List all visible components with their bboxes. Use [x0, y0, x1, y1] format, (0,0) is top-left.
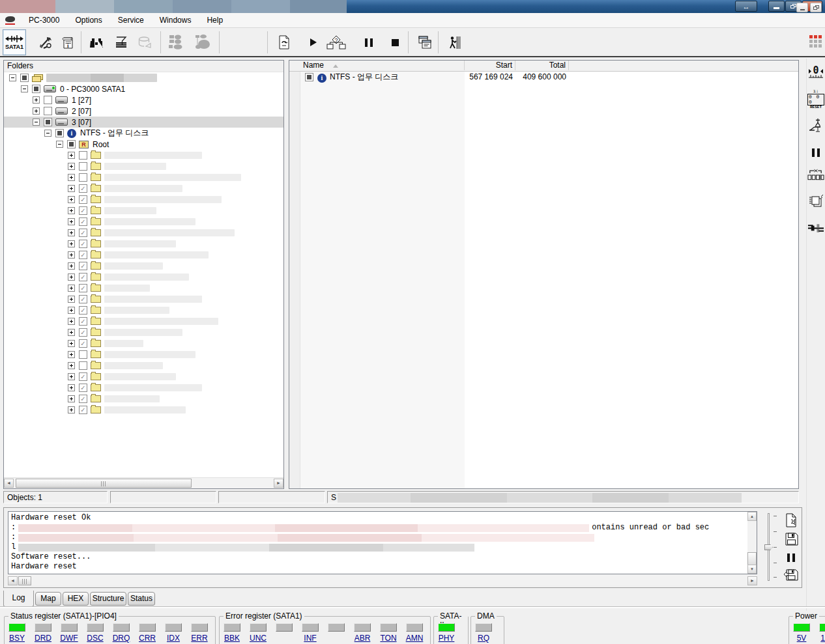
expand-icon[interactable] [68, 285, 75, 292]
tree-row[interactable] [4, 360, 283, 371]
tree-checkbox[interactable]: ✓ [79, 217, 87, 226]
script-info-button[interactable]: i [56, 30, 80, 55]
expand-icon[interactable] [68, 262, 75, 270]
tree-checkbox[interactable] [79, 173, 87, 182]
expand-icon[interactable] [33, 96, 40, 104]
tree-checkbox[interactable] [67, 140, 76, 148]
tree-row[interactable]: 3 [07] [4, 117, 283, 128]
tree-row[interactable] [4, 161, 283, 172]
slider-thumb[interactable] [764, 544, 773, 550]
tree-row[interactable]: 2 [07] [4, 105, 283, 117]
tree-row[interactable] [4, 150, 283, 161]
scroll-left-icon[interactable]: ◄ [8, 576, 18, 585]
scroll-left-icon[interactable]: ◄ [4, 479, 14, 488]
reset-hdd-button[interactable]: 1↓0 0 0RESET [807, 90, 824, 108]
tab-structure[interactable]: Structure [90, 592, 126, 606]
tree-row[interactable]: ✓ [4, 260, 283, 272]
tree-row[interactable] [4, 349, 283, 360]
collapse-icon[interactable] [44, 130, 51, 137]
database-button[interactable] [133, 30, 156, 55]
collapse-icon[interactable] [9, 74, 16, 81]
expand-icon[interactable] [68, 196, 75, 203]
exit-button[interactable] [443, 30, 467, 55]
tree-checkbox[interactable]: ✓ [79, 284, 87, 292]
test-choice-button[interactable]: ? [325, 30, 348, 55]
filter-button[interactable] [109, 30, 133, 55]
log-horizontal-scrollbar[interactable]: ◄ ► [8, 576, 757, 585]
tree-checkbox[interactable]: ✓ [79, 395, 87, 403]
tree-row[interactable]: ✓ [4, 205, 283, 216]
expand-icon[interactable] [68, 351, 75, 358]
log-save-button[interactable] [782, 530, 800, 547]
expand-icon[interactable] [68, 229, 75, 236]
tree-checkbox[interactable] [44, 96, 52, 104]
expand-icon[interactable] [68, 240, 75, 247]
column-header-name[interactable]: Name [300, 61, 465, 70]
tree-checkbox[interactable]: ✓ [79, 229, 87, 237]
tools-button[interactable] [34, 30, 57, 55]
tree-row[interactable]: ✓ [4, 393, 283, 404]
expand-icon[interactable] [68, 251, 75, 259]
tree-row[interactable]: ✓ [4, 238, 283, 249]
pause-rail-button[interactable] [807, 143, 824, 161]
tree-checkbox[interactable]: ✓ [79, 273, 87, 281]
tree-checkbox[interactable] [55, 129, 64, 137]
tree-row[interactable] [4, 72, 283, 83]
tree-row[interactable] [4, 172, 283, 183]
tree-checkbox[interactable]: ✓ [79, 240, 87, 248]
tree-row[interactable]: ✓ [4, 272, 283, 283]
search-button[interactable] [85, 30, 108, 55]
expand-icon[interactable] [68, 318, 75, 325]
tree-checkbox[interactable] [79, 162, 87, 171]
tree-checkbox[interactable]: ✓ [79, 406, 87, 414]
flip-window-button[interactable]: ↔ [735, 1, 757, 12]
tree-row[interactable]: ✓ [4, 327, 283, 338]
recalibrate-zero-button[interactable]: 0 [807, 64, 824, 82]
tree-row[interactable]: ✓ [4, 194, 283, 205]
tab-hex[interactable]: HEX [63, 592, 89, 606]
stop-button[interactable] [383, 30, 407, 55]
structure-map-button[interactable] [164, 30, 188, 55]
expand-icon[interactable] [68, 307, 75, 314]
tree-row[interactable]: 0 - PC3000 SATA1 [4, 83, 283, 94]
tab-map[interactable]: Map [35, 592, 61, 606]
tree-row[interactable]: ✓ [4, 227, 283, 238]
scroll-right-icon[interactable]: ► [747, 576, 757, 585]
tree-row[interactable]: ✓ [4, 404, 283, 415]
expand-icon[interactable] [68, 296, 75, 303]
collapse-icon[interactable] [33, 119, 40, 126]
bus-terminal-button[interactable] [807, 219, 824, 237]
tree-checkbox[interactable] [20, 74, 29, 82]
tree-checkbox[interactable]: ✓ [79, 384, 87, 392]
tree-checkbox[interactable]: ✓ [79, 262, 87, 270]
copy-windows-button[interactable] [413, 30, 437, 55]
scroll-up-icon[interactable]: ▲ [747, 512, 757, 521]
menu-item-service[interactable]: Service [110, 14, 152, 27]
start-button[interactable] [301, 30, 325, 55]
menu-item-help[interactable]: Help [199, 14, 231, 27]
menu-item-options[interactable]: Options [67, 14, 109, 27]
tree-row[interactable]: ✓ [4, 283, 283, 294]
expand-icon[interactable] [68, 329, 75, 336]
tree-row[interactable]: ✓ [4, 338, 283, 349]
tree-row[interactable]: ✓ [4, 371, 283, 382]
tree-row[interactable]: ✓ [4, 294, 283, 305]
log-save-as-button[interactable] [782, 567, 800, 583]
tree-checkbox[interactable] [44, 118, 52, 126]
tree-row[interactable]: ✓ [4, 316, 283, 327]
expand-icon[interactable] [68, 218, 75, 225]
tree-checkbox[interactable]: ✓ [79, 295, 87, 303]
expand-icon[interactable] [68, 406, 75, 413]
tree-checkbox[interactable]: ✓ [79, 317, 87, 326]
row-checkbox[interactable] [305, 73, 317, 83]
tree-checkbox[interactable] [79, 151, 87, 160]
log-vertical-scrollbar[interactable]: ▲ ▼ [747, 512, 757, 574]
task-report-button[interactable] [272, 30, 296, 55]
tree-checkbox[interactable] [79, 361, 87, 370]
expand-icon[interactable] [68, 163, 75, 170]
tab-log[interactable]: Log [3, 591, 34, 607]
tree-row[interactable]: ✓ [4, 305, 283, 316]
expand-icon[interactable] [68, 395, 75, 402]
pause-button[interactable] [357, 30, 381, 55]
sata1-port-button[interactable]: SATA1 [3, 29, 26, 55]
